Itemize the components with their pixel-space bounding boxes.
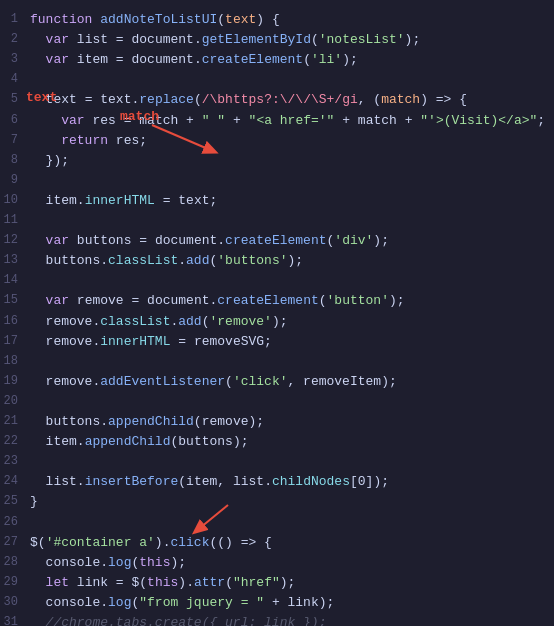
code-line: 25 } [0,492,554,512]
code-line: 17 remove.innerHTML = removeSVG; [0,332,554,352]
code-line: 13 buttons.classList.add('buttons'); [0,251,554,271]
line-number: 6 [0,111,30,130]
code-line: 3 var item = document.createElement('li'… [0,50,554,70]
line-number: 16 [0,312,30,331]
line-number: 15 [0,291,30,310]
code-line: 1 function addNoteToListUI(text) { [0,10,554,30]
code-line: 15 var remove = document.createElement('… [0,291,554,311]
line-number: 22 [0,432,30,451]
code-line: 2 var list = document.getElementById('no… [0,30,554,50]
line-number: 20 [0,392,30,411]
line-number: 2 [0,30,30,49]
code-editor: 1 function addNoteToListUI(text) { 2 var… [0,0,554,626]
line-number: 28 [0,553,30,572]
line-number: 14 [0,271,30,290]
line-number: 29 [0,573,30,592]
code-line: 23 [0,452,554,472]
line-number: 21 [0,412,30,431]
code-line: 19 remove.addEventListener('click', remo… [0,372,554,392]
code-line: 27 $('#container a').click(() => { [0,533,554,553]
line-number: 26 [0,513,30,532]
code-line: 24 list.insertBefore(item, list.childNod… [0,472,554,492]
code-line: 18 [0,352,554,372]
code-line: 28 console.log(this); [0,553,554,573]
line-number: 12 [0,231,30,250]
line-number: 9 [0,171,30,190]
line-number: 13 [0,251,30,270]
code-line: 6 var res = match + " " + "<a href='" + … [0,111,554,131]
line-number: 5 [0,90,30,109]
line-number: 17 [0,332,30,351]
line-number: 18 [0,352,30,371]
code-line: 8 }); [0,151,554,171]
code-line: 10 item.innerHTML = text; [0,191,554,211]
line-number: 3 [0,50,30,69]
line-number: 31 [0,613,30,626]
code-line: 9 [0,171,554,191]
code-line: 5 text = text.replace(/\bhttps?:\/\/\S+/… [0,90,554,110]
line-number: 25 [0,492,30,511]
line-number: 30 [0,593,30,612]
line-number: 10 [0,191,30,210]
line-number: 27 [0,533,30,552]
code-line: 16 remove.classList.add('remove'); [0,312,554,332]
line-number: 7 [0,131,30,150]
line-number: 23 [0,452,30,471]
code-line: 22 item.appendChild(buttons); [0,432,554,452]
code-line: 31 //chrome.tabs.create({ url: link }); [0,613,554,626]
line-number: 19 [0,372,30,391]
line-number: 24 [0,472,30,491]
line-number: 11 [0,211,30,230]
code-line: 29 let link = $(this).attr("href"); [0,573,554,593]
code-line: 14 [0,271,554,291]
line-number: 8 [0,151,30,170]
code-line: 7 return res; [0,131,554,151]
line-number: 1 [0,10,30,29]
line-number: 4 [0,70,30,89]
code-line: 21 buttons.appendChild(remove); [0,412,554,432]
code-line: 11 [0,211,554,231]
code-line: 12 var buttons = document.createElement(… [0,231,554,251]
code-line: 20 [0,392,554,412]
code-line: 4 [0,70,554,90]
code-line: 30 console.log("from jquery = " + link); [0,593,554,613]
code-line: 26 [0,513,554,533]
